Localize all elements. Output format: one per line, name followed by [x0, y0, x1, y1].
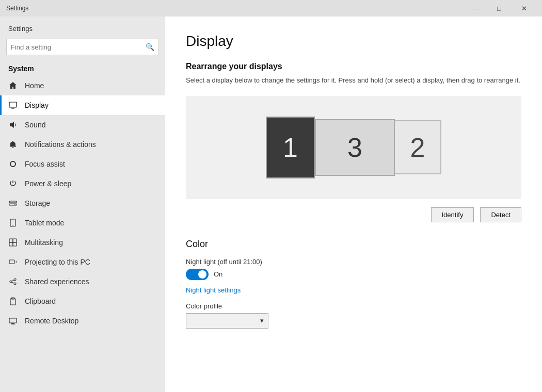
- maximize-button[interactable]: □: [487, 0, 511, 17]
- search-input[interactable]: [11, 43, 146, 51]
- sidebar-item-multitasking[interactable]: Multitasking: [0, 233, 165, 252]
- svg-point-14: [10, 281, 12, 283]
- sidebar-item-label-home: Home: [25, 81, 44, 90]
- sidebar-item-label-display: Display: [25, 101, 49, 109]
- nav-list: HomeDisplaySoundNotifications & actionsF…: [0, 76, 165, 331]
- close-button[interactable]: ✕: [512, 0, 536, 17]
- svg-rect-12: [13, 242, 17, 246]
- storage-icon: [8, 199, 18, 208]
- svg-line-17: [12, 280, 14, 281]
- monitor-2[interactable]: 2: [395, 120, 441, 174]
- system-section-label: System: [0, 59, 165, 76]
- monitors-container: 1 3 2: [266, 117, 441, 178]
- sidebar-item-clipboard[interactable]: Clipboard: [0, 291, 165, 311]
- remote-icon: [8, 316, 18, 325]
- svg-point-8: [12, 225, 13, 226]
- toggle-knob: [198, 270, 206, 279]
- svg-rect-1: [11, 108, 14, 109]
- sidebar-item-home[interactable]: Home: [0, 76, 165, 95]
- sidebar-item-label-clipboard: Clipboard: [25, 297, 56, 305]
- sidebar-item-label-notifications: Notifications & actions: [25, 140, 96, 149]
- svg-rect-9: [9, 239, 13, 242]
- sidebar-item-label-focus: Focus assist: [25, 160, 65, 168]
- svg-point-5: [14, 202, 15, 203]
- chevron-down-icon: ▾: [260, 317, 264, 324]
- svg-point-15: [14, 279, 16, 281]
- sound-icon: [8, 120, 18, 129]
- multitasking-icon: [8, 238, 18, 247]
- detect-button[interactable]: Detect: [480, 207, 521, 222]
- identify-button[interactable]: Identify: [431, 207, 474, 222]
- display-buttons: Identify Detect: [186, 207, 521, 222]
- focus-icon: [8, 159, 18, 169]
- night-light-settings-link[interactable]: Night light settings: [186, 286, 521, 294]
- search-box: 🔍: [6, 39, 159, 55]
- monitor-1[interactable]: 1: [266, 117, 315, 178]
- sidebar-item-label-sound: Sound: [25, 121, 45, 129]
- svg-marker-2: [10, 122, 14, 128]
- color-profile-label: Color profile: [186, 302, 521, 310]
- sidebar-item-storage[interactable]: Storage: [0, 193, 165, 213]
- sidebar-item-label-remote: Remote Desktop: [25, 317, 78, 325]
- sidebar-item-label-tablet: Tablet mode: [25, 219, 64, 227]
- svg-rect-0: [9, 102, 17, 107]
- display-area: 1 3 2: [186, 96, 521, 199]
- night-light-toggle-label: On: [214, 270, 222, 278]
- svg-point-16: [14, 283, 16, 285]
- night-light-toggle[interactable]: [186, 269, 209, 280]
- svg-rect-11: [9, 242, 13, 246]
- main-content: Display Rearrange your displays Select a…: [165, 17, 542, 392]
- sidebar-item-power[interactable]: Power & sleep: [0, 174, 165, 193]
- svg-point-6: [14, 204, 15, 205]
- color-profile-dropdown[interactable]: ▾: [186, 313, 268, 329]
- sidebar-item-label-power: Power & sleep: [25, 179, 71, 188]
- sidebar-item-sound[interactable]: Sound: [0, 115, 165, 135]
- display-icon: [8, 101, 18, 110]
- svg-rect-10: [13, 239, 17, 242]
- color-section-title: Color: [186, 239, 521, 250]
- sidebar-item-label-projecting: Projecting to this PC: [25, 258, 90, 266]
- svg-rect-13: [9, 260, 14, 264]
- svg-rect-21: [9, 318, 17, 323]
- svg-line-18: [12, 282, 14, 283]
- svg-rect-19: [10, 299, 15, 305]
- window-controls: — □ ✕: [463, 0, 536, 17]
- rearrange-desc: Select a display below to change the set…: [186, 75, 521, 86]
- sidebar-app-title: Settings: [0, 17, 165, 37]
- title-bar: Settings — □ ✕: [0, 0, 542, 17]
- night-light-row: Night light (off until 21:00) On: [186, 258, 521, 280]
- sidebar-item-notifications[interactable]: Notifications & actions: [0, 135, 165, 154]
- sidebar-item-label-shared: Shared experiences: [25, 277, 89, 286]
- rearrange-title: Rearrange your displays: [186, 62, 521, 71]
- sidebar-item-label-multitasking: Multitasking: [25, 238, 63, 247]
- sidebar: Settings 🔍 System HomeDisplaySoundNotifi…: [0, 17, 165, 392]
- monitor-3[interactable]: 3: [315, 119, 395, 176]
- tablet-icon: [8, 218, 18, 227]
- sidebar-item-projecting[interactable]: Projecting to this PC: [0, 252, 165, 272]
- app-body: Settings 🔍 System HomeDisplaySoundNotifi…: [0, 17, 542, 392]
- home-icon: [8, 81, 18, 90]
- sidebar-item-display[interactable]: Display: [0, 95, 165, 115]
- sidebar-item-focus[interactable]: Focus assist: [0, 154, 165, 174]
- sidebar-item-remote[interactable]: Remote Desktop: [0, 311, 165, 331]
- notifications-icon: [8, 140, 18, 149]
- sidebar-item-shared[interactable]: Shared experiences: [0, 272, 165, 291]
- power-icon: [8, 179, 18, 188]
- svg-rect-3: [9, 201, 17, 203]
- night-light-toggle-row: On: [186, 269, 521, 280]
- app-title: Settings: [6, 5, 28, 12]
- page-title: Display: [186, 33, 521, 50]
- minimize-button[interactable]: —: [463, 0, 486, 17]
- search-icon[interactable]: 🔍: [146, 43, 154, 51]
- clipboard-icon: [8, 297, 18, 306]
- svg-rect-4: [9, 204, 17, 205]
- sidebar-item-tablet[interactable]: Tablet mode: [0, 213, 165, 233]
- projecting-icon: [8, 257, 18, 267]
- night-light-label: Night light (off until 21:00): [186, 258, 521, 266]
- shared-icon: [8, 277, 18, 286]
- sidebar-item-label-storage: Storage: [25, 199, 50, 207]
